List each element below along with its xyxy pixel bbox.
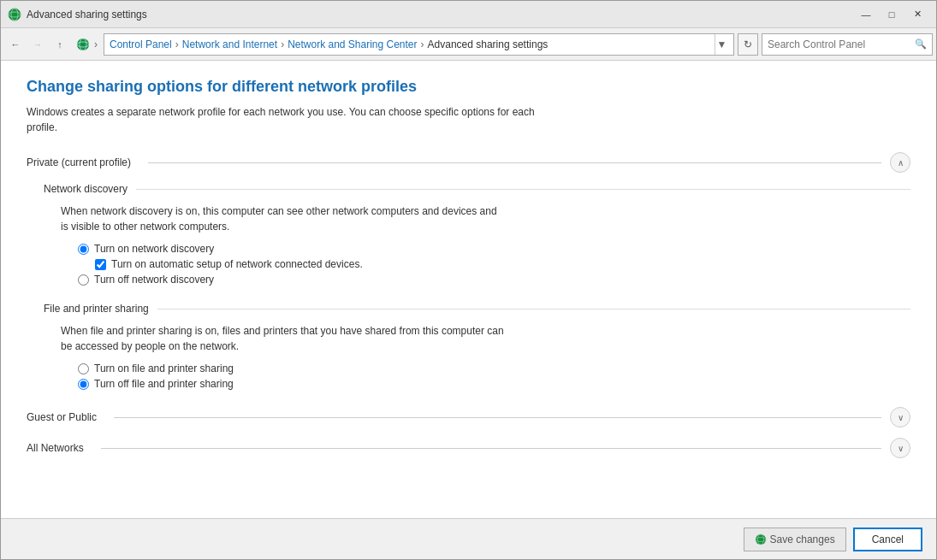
section-private-label: Private (current profile)	[27, 156, 131, 168]
title-bar: Advanced sharing settings — □ ✕	[1, 1, 936, 28]
svg-point-6	[756, 534, 766, 545]
search-icon: 🔍	[915, 38, 927, 50]
subsection-network-discovery-header: Network discovery	[44, 183, 910, 195]
breadcrumb-network-internet[interactable]: Network and Internet	[182, 38, 277, 50]
window-title: Advanced sharing settings	[27, 9, 854, 21]
svg-point-0	[9, 9, 21, 21]
radio-fps-on-label[interactable]: Turn on file and printer sharing	[94, 363, 234, 374]
checkbox-nd-auto: Turn on automatic setup of network conne…	[95, 258, 910, 270]
save-icon	[755, 533, 767, 545]
section-guest-public-line	[114, 417, 881, 418]
nav-bar: ← → ↑ › Control Panel › Network and Inte…	[1, 28, 936, 61]
up-button[interactable]: ↑	[49, 33, 71, 56]
radio-nd-off-label[interactable]: Turn off network discovery	[94, 274, 214, 286]
section-all-networks-chevron[interactable]: ∨	[890, 438, 910, 458]
network-icon	[74, 36, 92, 53]
subsection-file-printer-sharing-label: File and printer sharing	[44, 303, 149, 315]
breadcrumb: Control Panel › Network and Internet › N…	[110, 38, 711, 50]
radio-nd-off-input[interactable]	[78, 274, 89, 286]
forward-button[interactable]: →	[27, 33, 49, 56]
subsection-network-discovery-label: Network discovery	[44, 183, 128, 195]
page-title: Change sharing options for different net…	[27, 78, 910, 96]
svg-point-3	[77, 38, 89, 50]
save-changes-button[interactable]: Save changes	[744, 528, 846, 551]
radio-nd-on-label[interactable]: Turn on network discovery	[94, 243, 214, 255]
section-guest-public-label: Guest or Public	[27, 411, 97, 423]
radio-nd-off: Turn off network discovery	[78, 274, 910, 286]
subsection-network-discovery: Network discovery When network discovery…	[44, 183, 910, 286]
search-box[interactable]: 🔍	[762, 33, 933, 56]
cancel-button[interactable]: Cancel	[853, 528, 922, 551]
minimize-button[interactable]: —	[854, 6, 878, 23]
section-guest-public-header[interactable]: Guest or Public ∨	[27, 407, 910, 427]
radio-nd-on: Turn on network discovery	[78, 243, 910, 255]
section-all-networks-label: All Networks	[27, 442, 84, 454]
network-discovery-description: When network discovery is on, this compu…	[61, 203, 506, 234]
page-description: Windows creates a separate network profi…	[27, 104, 540, 135]
close-button[interactable]: ✕	[905, 6, 929, 23]
address-dropdown[interactable]: ▼	[715, 34, 728, 55]
radio-fps-off: Turn off file and printer sharing	[78, 378, 910, 390]
section-private-header[interactable]: Private (current profile) ∧	[27, 152, 910, 173]
radio-fps-off-input[interactable]	[78, 379, 89, 390]
window-controls: — □ ✕	[854, 6, 929, 23]
breadcrumb-current: Advanced sharing settings	[428, 38, 549, 50]
bottom-bar: Save changes Cancel	[1, 518, 936, 559]
section-all-networks: All Networks ∨	[27, 438, 910, 458]
main-window: Advanced sharing settings — □ ✕ ← → ↑ › …	[0, 0, 937, 560]
section-all-networks-header[interactable]: All Networks ∨	[27, 438, 910, 458]
file-printer-sharing-radio-group: Turn on file and printer sharing Turn of…	[78, 363, 910, 390]
checkbox-nd-auto-input[interactable]	[95, 259, 106, 270]
file-printer-sharing-description: When file and printer sharing is on, fil…	[61, 323, 506, 354]
radio-nd-on-input[interactable]	[78, 244, 89, 255]
radio-fps-on-input[interactable]	[78, 363, 89, 374]
back-button[interactable]: ←	[4, 33, 27, 56]
section-private: Private (current profile) ∧ Network disc…	[27, 152, 910, 390]
radio-fps-on: Turn on file and printer sharing	[78, 363, 910, 374]
radio-fps-off-label[interactable]: Turn off file and printer sharing	[94, 378, 234, 390]
breadcrumb-sep-0: ›	[94, 38, 98, 50]
search-input[interactable]	[768, 38, 915, 50]
subsection-network-discovery-line	[136, 189, 910, 190]
content-area: Change sharing options for different net…	[1, 61, 936, 518]
address-bar[interactable]: Control Panel › Network and Internet › N…	[104, 33, 734, 56]
breadcrumb-control-panel[interactable]: Control Panel	[110, 38, 172, 50]
breadcrumb-network-sharing-center[interactable]: Network and Sharing Center	[288, 38, 417, 50]
refresh-button[interactable]: ↻	[738, 33, 758, 56]
network-discovery-radio-group: Turn on network discovery Turn on automa…	[78, 243, 910, 286]
section-all-networks-line	[101, 448, 881, 449]
section-guest-public-chevron[interactable]: ∨	[890, 407, 910, 427]
window-icon	[8, 8, 21, 21]
save-changes-label: Save changes	[770, 533, 835, 545]
section-private-line	[148, 162, 881, 163]
subsection-file-printer-sharing: File and printer sharing When file and p…	[44, 303, 910, 390]
section-private-chevron[interactable]: ∧	[890, 152, 910, 173]
maximize-button[interactable]: □	[880, 6, 904, 23]
subsection-file-printer-sharing-line	[157, 309, 910, 309]
section-guest-public: Guest or Public ∨	[27, 407, 910, 427]
subsection-file-printer-sharing-header: File and printer sharing	[44, 303, 910, 315]
checkbox-nd-auto-label[interactable]: Turn on automatic setup of network conne…	[111, 258, 363, 270]
